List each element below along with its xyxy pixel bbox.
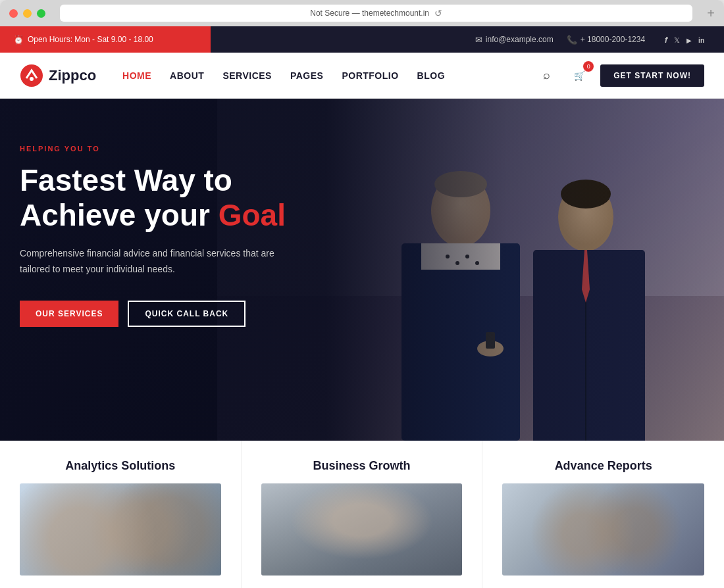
service-desc-analytics: We are in charge of, to increase of a co… (20, 585, 221, 588)
nav-services[interactable]: SERVICES (222, 70, 272, 82)
nav-blog[interactable]: BLOG (417, 70, 445, 82)
service-image-analytics (20, 483, 221, 576)
nav-home-link[interactable]: HOME (122, 70, 151, 81)
twitter-icon[interactable] (674, 35, 680, 45)
service-title-growth: Business Growth (261, 459, 463, 473)
linkedin-icon[interactable] (698, 35, 704, 45)
service-card-growth: Business Growth To implement future-orie… (242, 441, 483, 588)
hero-content: HELPING YOU TO Fastest Way to Achieve yo… (0, 99, 369, 327)
maximize-dot[interactable] (37, 9, 45, 18)
nav-portfolio-link[interactable]: PORTFOLIO (342, 70, 398, 81)
service-image-growth (261, 483, 463, 576)
cart-button[interactable]: 0 (567, 64, 591, 87)
our-services-button[interactable]: OUR SERVICES (20, 301, 118, 327)
site-wrapper: Open Hours: Mon - Sat 9.00 - 18.00 info@… (0, 26, 724, 588)
service-desc-growth: To implement future-oriented logistics s… (261, 585, 463, 588)
phone-text: + 18000-200-1234 (581, 35, 645, 44)
phone-contact: + 18000-200-1234 (567, 35, 645, 45)
hero-title-part2: Achieve your (20, 198, 219, 232)
facebook-icon[interactable] (665, 35, 667, 45)
hero-buttons: OUR SERVICES QUICK CALL BACK (20, 301, 349, 327)
new-tab-button[interactable]: + (707, 7, 715, 20)
reload-icon[interactable]: ↺ (434, 8, 442, 18)
nav-actions: 0 GET START NOW! (534, 64, 704, 87)
nav-services-link[interactable]: SERVICES (222, 70, 272, 81)
main-nav: Zippco HOME ABOUT SERVICES PAGES PORTFOL… (0, 53, 724, 99)
clock-icon (13, 35, 24, 45)
logo-text: Zippco (49, 67, 96, 84)
nav-blog-link[interactable]: BLOG (417, 70, 445, 81)
top-bar: Open Hours: Mon - Sat 9.00 - 18.00 info@… (0, 26, 724, 53)
services-strip: Analytics Solutions We are in charge of,… (0, 441, 724, 588)
mail-icon (475, 35, 482, 45)
nav-about[interactable]: ABOUT (170, 70, 204, 82)
service-image-reports (502, 483, 704, 576)
cart-badge: 0 (583, 61, 594, 72)
get-start-button[interactable]: GET START NOW! (600, 64, 704, 87)
social-icons (665, 35, 704, 45)
top-bar-left: Open Hours: Mon - Sat 9.00 - 18.00 (0, 26, 211, 53)
address-text: Not Secure — themetechmount.in (310, 9, 429, 18)
email-contact: info@example.com (475, 35, 554, 45)
phone-icon (567, 35, 577, 45)
hero-title-highlight: Goal (219, 198, 286, 232)
hero-section: HELPING YOU TO Fastest Way to Achieve yo… (0, 99, 724, 441)
hero-title: Fastest Way to Achieve your Goal (20, 163, 349, 233)
nav-pages-link[interactable]: PAGES (290, 70, 323, 81)
search-button[interactable] (534, 64, 558, 87)
quick-callback-button[interactable]: QUICK CALL BACK (128, 301, 246, 327)
svg-point-0 (20, 64, 43, 87)
search-icon (543, 68, 550, 82)
service-title-analytics: Analytics Solutions (20, 459, 221, 473)
hero-title-part1: Fastest Way to (20, 163, 232, 197)
browser-titlebar: Not Secure — themetechmount.in ↺ + (0, 0, 724, 26)
logo-icon (20, 64, 43, 87)
close-dot[interactable] (9, 9, 18, 18)
nav-pages[interactable]: PAGES (290, 70, 323, 82)
email-text: info@example.com (486, 35, 554, 44)
youtube-icon[interactable] (686, 35, 692, 45)
nav-about-link[interactable]: ABOUT (170, 70, 204, 81)
top-bar-right: info@example.com + 18000-200-1234 (211, 26, 724, 53)
nav-home[interactable]: HOME (122, 70, 151, 82)
service-desc-reports: Concerned with a variety of forms of com… (502, 585, 704, 588)
logo-link[interactable]: Zippco (20, 64, 96, 87)
browser-window: Not Secure — themetechmount.in ↺ + Open … (0, 0, 724, 588)
service-card-reports: Advance Reports Concerned with a variety… (482, 441, 724, 588)
service-card-analytics: Analytics Solutions We are in charge of,… (0, 441, 242, 588)
cart-icon (574, 70, 585, 82)
nav-portfolio[interactable]: PORTFOLIO (342, 70, 398, 82)
service-title-reports: Advance Reports (502, 459, 704, 473)
nav-links: HOME ABOUT SERVICES PAGES PORTFOLIO BLOG (122, 70, 534, 82)
svg-point-1 (30, 77, 34, 81)
address-bar[interactable]: Not Secure — themetechmount.in ↺ (60, 5, 692, 22)
open-hours-text: Open Hours: Mon - Sat 9.00 - 18.00 (28, 35, 153, 44)
hero-subtitle: HELPING YOU TO (20, 145, 349, 153)
hero-description: Comprehensive financial advice and finan… (20, 246, 296, 278)
minimize-dot[interactable] (23, 9, 32, 18)
